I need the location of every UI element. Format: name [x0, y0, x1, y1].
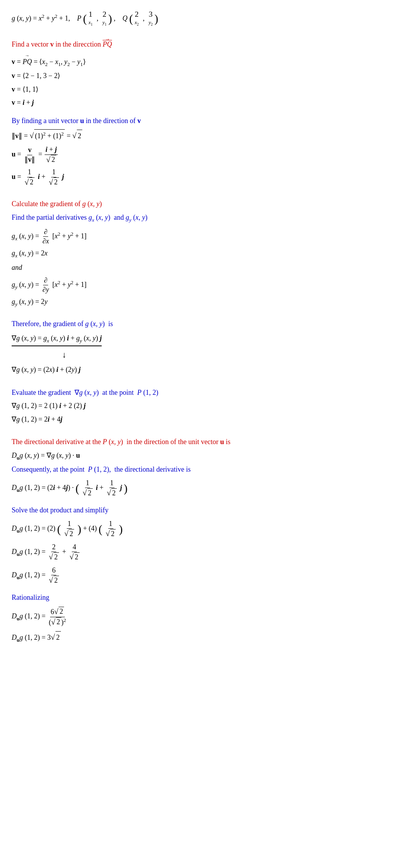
eval-eq1: ∇g (1, 2) = 2 (1) i + 2 (2) j [12, 400, 399, 412]
dir-deriv-eq1: Dug (1, 2) = (2i + 4j) · ( 1 √2 i + 1 √2… [12, 479, 399, 498]
arrow-down: ↓ [12, 348, 399, 362]
dir-deriv-final: Dug (1, 2) = 3√2 [12, 631, 399, 644]
g-definition: g (x, y) = x2 + y2 + 1, P ( 1 x1 , 2 y1 … [12, 14, 158, 22]
and-label: and [12, 262, 399, 274]
dir-deriv-eq4: Dug (1, 2) = 6 √2 [12, 566, 399, 585]
section2-heading: By finding a unit vector u in the direct… [12, 115, 399, 127]
definition-row: g (x, y) = x2 + y2 + 1, P ( 1 x1 , 2 y1 … [12, 9, 399, 28]
gx-eq1: gx (x, y) = ∂ ∂x [x2 + y2 + 1] [12, 227, 399, 246]
section3-heading: Calculate the gradient of g (x, y) [12, 198, 399, 210]
section6-sub: Consequently, at the point P (1, 2), the… [12, 464, 399, 476]
math-content: g (x, y) = x2 + y2 + 1, P ( 1 x1 , 2 y1 … [12, 9, 399, 644]
v-eq3: v = ⟨1, 1⟩ [12, 83, 399, 95]
section1-heading: Find a vector v in the direcction → PQ [12, 35, 399, 50]
eval-eq2: ∇g (1, 2) = 2i + 4j [12, 413, 399, 425]
u-eq1: u = v ‖v‖ = i + j √ 2 [12, 145, 399, 165]
section6-heading: The directional derivative at the P (x, … [12, 436, 399, 448]
dir-deriv-def: Dug (x, y) = ∇g (x, y) · u [12, 450, 399, 462]
dir-deriv-eq3: Dug (1, 2) = 2 √2 + 4 √2 [12, 543, 399, 562]
gy-eq1: gy (x, y) = ∂ ∂y [x2 + y2 + 1] [12, 276, 399, 295]
dir-deriv-eq2: Dug (1, 2) = (2) ( 1 √2 ) + (4) ( 1 √2 ) [12, 519, 399, 539]
gy-eq2: gy (x, y) = 2y [12, 296, 399, 309]
u-eq2: u = 1 √2 i + 1 √2 j [12, 168, 399, 187]
v-eq4: v = i + j [12, 97, 399, 109]
norm-v: ‖v‖ = √ (1)2 + (1)2 = √ 2 [12, 129, 399, 142]
gx-eq2: gx (x, y) = 2x [12, 247, 399, 260]
solve-label: Solve the dot product and simplify [12, 504, 399, 516]
v-eq2: v = ⟨2 − 1, 3 − 2⟩ [12, 70, 399, 82]
v-eq1: v = → PQ = ⟨x2 − x1, y2 − y1⟩ [12, 52, 399, 69]
rationalize-label: Rationalizing [12, 592, 399, 604]
dir-deriv-eq5: Dug (1, 2) = 6√2 (√2)2 [12, 607, 399, 627]
section4-heading: Therefore, the gradient of g (x, y) is [12, 318, 399, 330]
section5-heading: Evaluate the gradient ∇g (x, y) at the p… [12, 387, 399, 399]
section3-sub: Find the partial derivatives gx (x, y) a… [12, 212, 399, 224]
gradient-formula: ∇g (x, y) = gx (x, y) i + gy (x, y) j [12, 332, 399, 347]
gradient-result: ∇g (x, y) = (2x) i + (2y) j [12, 364, 399, 376]
